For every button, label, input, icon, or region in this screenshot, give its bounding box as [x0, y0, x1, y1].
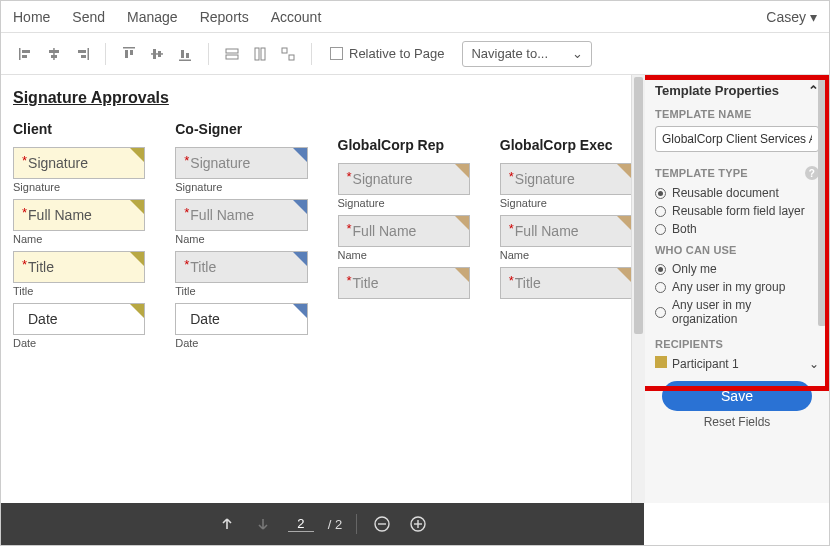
role-column: Client*SignatureSignature*Full NameName*… [13, 121, 145, 355]
panel-title: Template Properties [655, 83, 779, 98]
nav-manage[interactable]: Manage [127, 9, 178, 25]
field-placeholder: Full Name [190, 207, 254, 223]
svg-rect-21 [261, 48, 265, 60]
form-field[interactable]: *Full Name [338, 215, 470, 247]
nav-home[interactable]: Home [13, 9, 50, 25]
form-field[interactable]: *Title [338, 267, 470, 299]
field-corner-icon [455, 216, 469, 230]
pager-bar: / 2 [1, 503, 644, 545]
field-corner-icon [455, 164, 469, 178]
chevron-down-icon: ⌄ [572, 46, 583, 61]
who-can-use-option[interactable]: Any user in my organization [655, 298, 819, 326]
zoom-out-button[interactable] [371, 513, 393, 535]
required-asterisk: * [184, 205, 189, 220]
radio-icon [655, 264, 666, 275]
field-corner-icon [293, 304, 307, 318]
match-size-button[interactable] [275, 41, 301, 67]
user-menu[interactable]: Casey ▾ [766, 9, 817, 25]
form-field[interactable]: *Title [13, 251, 145, 283]
form-field[interactable]: *Signature [500, 163, 632, 195]
template-type-label: TEMPLATE TYPE [655, 167, 748, 179]
template-name-input[interactable] [655, 126, 819, 152]
save-button[interactable]: Save [662, 381, 812, 411]
participant-swatch-icon [655, 356, 667, 368]
required-asterisk: * [509, 169, 514, 184]
radio-label: Any user in my organization [672, 298, 819, 326]
svg-rect-4 [49, 50, 59, 53]
align-top-button[interactable] [116, 41, 142, 67]
field-corner-icon [617, 216, 631, 230]
document-canvas[interactable]: Signature Approvals Client*SignatureSign… [1, 75, 644, 503]
navigate-select[interactable]: Navigate to... ⌄ [462, 41, 592, 67]
field-placeholder: Date [190, 311, 220, 327]
svg-rect-12 [151, 53, 163, 55]
radio-label: Any user in my group [672, 280, 785, 294]
page-number-input[interactable] [288, 516, 314, 532]
who-can-use-option[interactable]: Any user in my group [655, 280, 819, 294]
svg-rect-0 [19, 48, 21, 60]
form-field[interactable]: *Title [175, 251, 307, 283]
align-middle-button[interactable] [144, 41, 170, 67]
panel-scrollbar[interactable] [816, 77, 828, 433]
svg-rect-10 [125, 50, 128, 58]
svg-rect-15 [179, 59, 191, 61]
next-page-button[interactable] [252, 513, 274, 535]
role-label: GlobalCorp Rep [338, 137, 470, 153]
match-width-button[interactable] [219, 41, 245, 67]
align-center-h-button[interactable] [41, 41, 67, 67]
required-asterisk: * [184, 257, 189, 272]
field-placeholder: Full Name [515, 223, 579, 239]
form-field[interactable]: *Full Name [13, 199, 145, 231]
reset-fields-link[interactable]: Reset Fields [655, 415, 819, 429]
who-can-use-option[interactable]: Only me [655, 262, 819, 276]
form-field[interactable]: *Signature [175, 147, 307, 179]
required-asterisk: * [22, 205, 27, 220]
svg-rect-6 [88, 48, 90, 60]
zoom-in-button[interactable] [407, 513, 429, 535]
field-corner-icon [293, 148, 307, 162]
align-left-button[interactable] [13, 41, 39, 67]
template-type-option[interactable]: Reusable document [655, 186, 819, 200]
align-bottom-button[interactable] [172, 41, 198, 67]
form-field[interactable]: Date [13, 303, 145, 335]
role-column: GlobalCorp Exec*SignatureSignature*Full … [500, 137, 632, 355]
template-type-option[interactable]: Reusable form field layer [655, 204, 819, 218]
form-field[interactable]: *Title [500, 267, 632, 299]
align-right-button[interactable] [69, 41, 95, 67]
form-field[interactable]: *Full Name [175, 199, 307, 231]
field-corner-icon [130, 304, 144, 318]
field-placeholder: Signature [515, 171, 575, 187]
user-name: Casey [766, 9, 806, 25]
field-sublabel: Name [13, 233, 145, 245]
role-label: Client [13, 121, 145, 137]
field-sublabel: Date [13, 337, 145, 349]
form-field[interactable]: *Signature [13, 147, 145, 179]
nav-send[interactable]: Send [72, 9, 105, 25]
svg-rect-20 [255, 48, 259, 60]
radio-icon [655, 206, 666, 217]
match-height-button[interactable] [247, 41, 273, 67]
field-corner-icon [130, 200, 144, 214]
field-placeholder: Signature [190, 155, 250, 171]
form-field[interactable]: *Full Name [500, 215, 632, 247]
required-asterisk: * [347, 169, 352, 184]
svg-rect-3 [53, 48, 55, 60]
canvas-scrollbar[interactable] [631, 75, 645, 503]
top-nav: Home Send Manage Reports Account Casey ▾ [1, 1, 829, 33]
field-placeholder: Signature [353, 171, 413, 187]
svg-rect-17 [186, 53, 189, 58]
participant-row[interactable]: Participant 1 ⌄ [655, 356, 819, 371]
radio-label: Reusable document [672, 186, 779, 200]
nav-reports[interactable]: Reports [200, 9, 249, 25]
relative-to-page-checkbox[interactable]: Relative to Page [330, 46, 444, 61]
field-corner-icon [130, 252, 144, 266]
role-column: GlobalCorp Rep*SignatureSignature*Full N… [338, 137, 470, 355]
prev-page-button[interactable] [216, 513, 238, 535]
required-asterisk: * [184, 153, 189, 168]
nav-account[interactable]: Account [271, 9, 322, 25]
svg-rect-18 [226, 49, 238, 53]
form-field[interactable]: *Signature [338, 163, 470, 195]
form-field[interactable]: Date [175, 303, 307, 335]
radio-icon [655, 188, 666, 199]
template-type-option[interactable]: Both [655, 222, 819, 236]
